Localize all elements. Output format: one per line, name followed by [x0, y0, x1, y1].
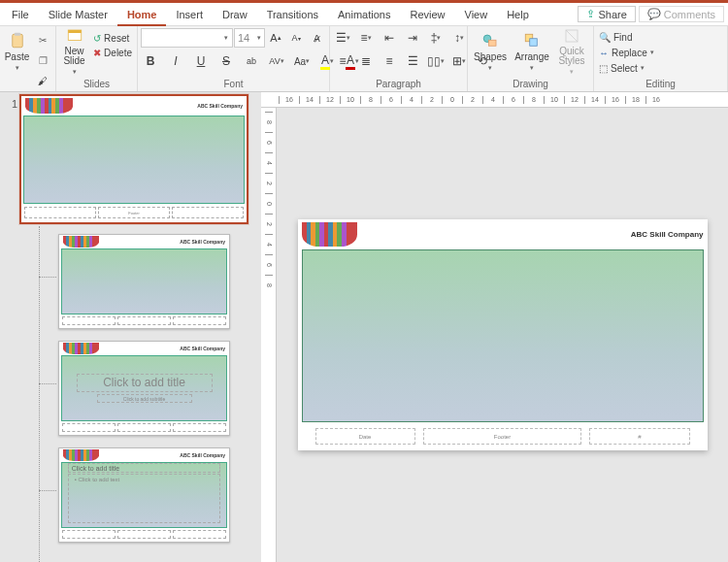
select-button[interactable]: ⬚Select ▾ — [597, 61, 646, 75]
editing-group-label: Editing — [597, 78, 724, 91]
share-button[interactable]: ⇪Share — [578, 6, 635, 22]
menu-transitions[interactable]: Transitions — [257, 3, 328, 26]
slide-number-placeholder[interactable]: # — [589, 428, 689, 445]
svg-rect-7 — [530, 38, 538, 46]
arrange-button[interactable]: Arrange▾ — [512, 28, 552, 75]
char-spacing-button[interactable]: AV▾ — [267, 51, 286, 71]
company-label: ABC Skill Company — [197, 103, 243, 109]
reset-icon: ↺ — [93, 33, 101, 44]
shadow-button[interactable]: ab — [242, 51, 261, 71]
align-right-button[interactable]: ≡ — [380, 51, 399, 71]
reset-button[interactable]: ↺Reset — [91, 31, 134, 45]
svg-rect-3 — [68, 30, 82, 33]
menu-review[interactable]: Review — [400, 3, 454, 26]
numbering-button[interactable]: ≡▾ — [356, 28, 376, 48]
layout-thumbnail-1[interactable]: ABC Skill Company — [58, 234, 230, 329]
strike-button[interactable]: S — [216, 51, 236, 71]
shapes-icon — [481, 32, 499, 50]
bold-button[interactable]: B — [141, 51, 160, 71]
logo-icon — [63, 449, 99, 461]
align-text-button[interactable]: ⊞▾ — [449, 51, 469, 71]
slides-group-label: Slides — [59, 78, 134, 91]
font-name-combo[interactable]: ▾ — [141, 28, 233, 48]
logo-icon — [63, 343, 99, 354]
text-direction-button[interactable]: ↕▾ — [449, 28, 469, 48]
menu-insert[interactable]: Insert — [166, 3, 213, 26]
change-case-button[interactable]: Aa▾ — [292, 51, 312, 71]
underline-button[interactable]: U — [191, 51, 211, 71]
menu-home[interactable]: Home — [117, 3, 167, 26]
find-icon: 🔍 — [599, 32, 611, 43]
content-placeholder: • Click to add text — [68, 474, 221, 523]
align-left-button[interactable]: ≡ — [333, 51, 352, 71]
main-slide[interactable]: ABC Skill Company Date Footer # — [298, 219, 708, 450]
quick-styles-button[interactable]: Quick Styles▾ — [554, 28, 589, 75]
cut-button[interactable] — [33, 30, 52, 50]
select-icon: ⬚ — [599, 63, 608, 74]
grow-font-button[interactable]: A▴ — [266, 28, 285, 48]
replace-button[interactable]: ↔Replace ▾ — [597, 46, 656, 59]
logo-icon — [302, 222, 358, 247]
line-spacing-button[interactable]: ‡▾ — [426, 28, 446, 48]
shapes-button[interactable]: Shapes▾ — [471, 28, 510, 75]
quick-styles-icon — [563, 27, 580, 45]
paste-button[interactable]: Paste▾ — [3, 28, 31, 75]
master-thumbnail[interactable]: ABC Skill Company Footer — [21, 96, 247, 222]
thumb-number-1: 1 — [4, 96, 17, 110]
clear-format-button[interactable]: A̷ — [307, 28, 326, 48]
copy-button[interactable] — [33, 50, 52, 70]
edit-area: 16141210864202468101214161816 864202468 … — [261, 92, 728, 562]
menu-animations[interactable]: Animations — [328, 3, 400, 26]
font-group-label: Font — [141, 78, 326, 91]
justify-button[interactable]: ☰ — [403, 51, 422, 71]
delete-icon: ✖ — [93, 48, 101, 58]
clipboard-icon — [9, 32, 26, 50]
title-placeholder: Click to add title — [77, 374, 213, 392]
svg-rect-1 — [15, 32, 20, 35]
ribbon: Paste▾ Clipboard New Slide▾ ↺Reset ✖Dele… — [0, 26, 728, 92]
shrink-font-button[interactable]: A▾ — [286, 28, 306, 48]
layout-thumbnail-3[interactable]: ABC Skill Company Click to add title • C… — [58, 447, 230, 543]
svg-rect-5 — [489, 40, 497, 46]
logo-icon — [25, 98, 73, 114]
company-label: ABC Skill Company — [180, 452, 225, 458]
vertical-ruler: 864202468 — [261, 108, 277, 562]
layout-thumbnail-2[interactable]: ABC Skill Company Click to add title Cli… — [58, 341, 230, 436]
italic-button[interactable]: I — [166, 51, 185, 71]
arrange-icon — [523, 32, 541, 50]
menu-help[interactable]: Help — [497, 3, 539, 26]
replace-icon: ↔ — [599, 48, 609, 58]
paragraph-group-label: Paragraph — [333, 78, 464, 91]
new-slide-button[interactable]: New Slide▾ — [59, 28, 89, 75]
drawing-group-label: Drawing — [471, 78, 590, 91]
font-size-combo[interactable]: 14▾ — [234, 28, 265, 48]
menu-draw[interactable]: Draw — [213, 3, 257, 26]
company-label: ABC Skill Company — [631, 230, 704, 239]
inc-indent-button[interactable]: ⇥ — [403, 28, 422, 48]
date-placeholder[interactable]: Date — [315, 428, 415, 445]
format-painter-button[interactable] — [33, 71, 52, 90]
subtitle-placeholder: Click to add subtitle — [97, 394, 192, 404]
delete-button[interactable]: ✖Delete — [91, 46, 134, 59]
menu-slide-master[interactable]: Slide Master — [39, 3, 117, 26]
menu-view[interactable]: View — [455, 3, 498, 26]
svg-rect-0 — [12, 34, 22, 48]
comments-button[interactable]: 💬Comments — [639, 6, 724, 22]
menu-file[interactable]: File — [2, 3, 39, 26]
find-button[interactable]: 🔍Find — [597, 30, 634, 44]
columns-button[interactable]: ▯▯▾ — [426, 51, 446, 71]
dec-indent-button[interactable]: ⇤ — [380, 28, 399, 48]
new-slide-icon — [66, 27, 83, 45]
menu-bar: File Slide Master Home Insert Draw Trans… — [0, 3, 728, 26]
company-label: ABC Skill Company — [180, 346, 225, 351]
logo-icon — [63, 236, 99, 248]
slide-body — [302, 249, 704, 423]
footer-placeholder[interactable]: Footer — [423, 428, 582, 445]
bullets-button[interactable]: ☰▾ — [333, 28, 352, 48]
align-center-button[interactable]: ≣ — [356, 51, 376, 71]
horizontal-ruler: 16141210864202468101214161816 — [261, 92, 728, 108]
title-placeholder: Click to add title — [68, 463, 221, 473]
company-label: ABC Skill Company — [180, 239, 225, 245]
slide-thumbnails-pane: 1 ABC Skill Company Footer ABC Skill Com… — [0, 92, 261, 562]
